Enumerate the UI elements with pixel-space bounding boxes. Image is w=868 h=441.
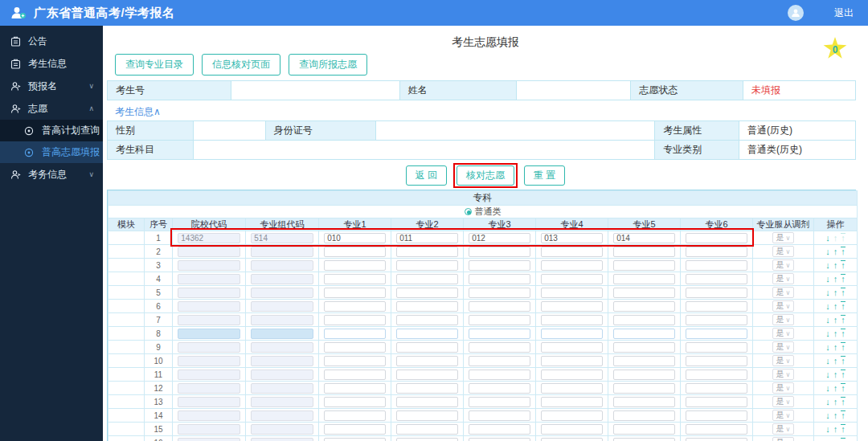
sidebar-item-preregistration[interactable]: 预报名 ∨ [0, 75, 103, 97]
move-down-icon[interactable]: ↓ [825, 356, 830, 365]
obey-dropdown[interactable]: 是∨ [772, 314, 795, 325]
move-down-icon[interactable]: ↓ [825, 342, 830, 352]
move-top-icon[interactable]: ↑ [841, 288, 845, 296]
obey-dropdown[interactable]: 是∨ [772, 410, 795, 421]
major-3-input[interactable] [469, 410, 530, 421]
major-1-input[interactable] [324, 424, 386, 435]
major-1-input[interactable] [324, 301, 386, 312]
major-2-input[interactable] [396, 301, 458, 312]
group-code-input[interactable] [251, 329, 313, 339]
back-button[interactable]: 返 回 [406, 165, 447, 186]
group-code-input[interactable] [251, 247, 313, 257]
obey-dropdown[interactable]: 是∨ [772, 246, 795, 257]
major-6-input[interactable] [686, 288, 747, 298]
move-down-icon[interactable]: ↓ [825, 410, 830, 420]
college-code-input[interactable] [178, 274, 240, 284]
move-down-icon[interactable]: ↓ [825, 247, 830, 256]
major-4-input[interactable] [541, 288, 603, 298]
move-down-icon[interactable]: ↓ [825, 288, 830, 297]
major-2-input[interactable] [396, 329, 458, 339]
move-down-icon[interactable]: ↓ [825, 233, 830, 243]
major-1-input[interactable] [324, 329, 386, 339]
obey-dropdown[interactable]: 是∨ [772, 396, 795, 407]
check-volunteer-button[interactable]: 核对志愿 [457, 165, 514, 186]
move-down-icon[interactable]: ↓ [825, 424, 830, 434]
move-top-icon[interactable]: ↑ [841, 356, 845, 365]
move-up-icon[interactable]: ↑ [833, 356, 838, 365]
major-4-input[interactable] [541, 247, 603, 257]
college-code-input[interactable] [178, 410, 240, 421]
major-4-input[interactable] [541, 274, 603, 284]
major-1-input[interactable] [324, 288, 386, 298]
major-4-input[interactable] [541, 301, 603, 312]
major-4-input[interactable] [541, 356, 603, 366]
move-up-icon[interactable]: ↑ [833, 342, 838, 352]
major-2-input[interactable] [396, 315, 458, 325]
move-top-icon[interactable]: ↑ [841, 383, 845, 392]
major-1-input[interactable] [324, 438, 386, 441]
major-5-input[interactable] [613, 342, 675, 353]
move-up-icon[interactable]: ↑ [833, 288, 838, 297]
major-6-input[interactable] [686, 301, 747, 312]
major-5-input[interactable] [613, 233, 675, 243]
major-4-input[interactable] [541, 233, 603, 243]
move-top-icon[interactable]: ↑ [841, 370, 845, 378]
major-2-input[interactable] [396, 288, 458, 298]
major-5-input[interactable] [613, 247, 675, 257]
move-up-icon[interactable]: ↑ [833, 438, 838, 441]
college-code-input[interactable] [178, 247, 240, 257]
move-top-icon[interactable]: ↑ [841, 342, 845, 351]
major-5-input[interactable] [613, 397, 675, 407]
obey-dropdown[interactable]: 是∨ [772, 355, 795, 366]
major-5-input[interactable] [613, 260, 675, 271]
major-1-input[interactable] [324, 315, 386, 325]
major-1-input[interactable] [324, 274, 386, 284]
sidebar-item-announcements[interactable]: 公告 [0, 30, 103, 52]
obey-dropdown[interactable]: 是∨ [772, 382, 795, 394]
group-code-input[interactable] [251, 356, 313, 366]
major-1-input[interactable] [324, 383, 386, 394]
major-2-input[interactable] [396, 247, 458, 257]
move-top-icon[interactable]: ↑ [841, 260, 845, 269]
move-top-icon[interactable]: ↑ [841, 438, 845, 441]
major-2-input[interactable] [396, 260, 458, 271]
move-down-icon[interactable]: ↓ [825, 383, 830, 393]
move-down-icon[interactable]: ↓ [825, 315, 830, 325]
major-4-input[interactable] [541, 397, 603, 407]
major-3-input[interactable] [469, 260, 530, 271]
major-5-input[interactable] [613, 356, 675, 366]
major-3-input[interactable] [469, 288, 530, 298]
major-5-input[interactable] [613, 424, 675, 435]
major-2-input[interactable] [396, 424, 458, 435]
group-code-input[interactable] [251, 424, 313, 435]
major-3-input[interactable] [469, 383, 530, 394]
major-4-input[interactable] [541, 438, 603, 441]
move-up-icon[interactable]: ↑ [833, 247, 838, 256]
major-6-input[interactable] [686, 247, 747, 257]
major-1-input[interactable] [324, 356, 386, 366]
move-down-icon[interactable]: ↓ [825, 329, 830, 338]
college-code-input[interactable] [178, 301, 240, 312]
major-1-input[interactable] [324, 397, 386, 407]
reset-button[interactable]: 重 置 [524, 165, 565, 186]
move-up-icon[interactable]: ↑ [833, 397, 838, 406]
major-3-input[interactable] [469, 315, 530, 325]
college-code-input[interactable] [178, 438, 240, 441]
major-2-input[interactable] [396, 233, 458, 243]
move-up-icon[interactable]: ↑ [833, 329, 838, 338]
move-up-icon[interactable]: ↑ [833, 260, 838, 270]
move-up-icon[interactable]: ↑ [833, 274, 838, 284]
group-code-input[interactable] [251, 288, 313, 298]
group-code-input[interactable] [251, 260, 313, 271]
move-top-icon[interactable]: ↑ [841, 315, 845, 324]
major-6-input[interactable] [686, 424, 747, 435]
college-code-input[interactable] [178, 233, 240, 243]
major-5-input[interactable] [613, 301, 675, 312]
logout-button[interactable]: 退出 [834, 6, 854, 20]
major-6-input[interactable] [686, 356, 747, 366]
obey-dropdown[interactable]: 是∨ [772, 328, 795, 339]
major-3-input[interactable] [469, 274, 530, 284]
move-down-icon[interactable]: ↓ [825, 397, 830, 406]
major-6-input[interactable] [686, 233, 747, 243]
obey-dropdown[interactable]: 是∨ [772, 273, 795, 284]
